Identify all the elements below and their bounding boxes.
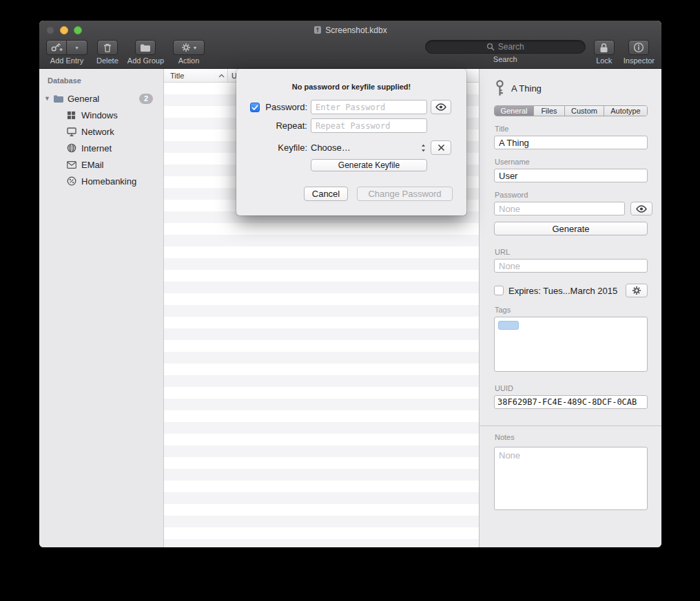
lock-tool: Lock (594, 40, 615, 65)
app-window: Screenshot.kdbx ▾ Add Entry (39, 21, 661, 547)
password-field[interactable] (494, 202, 625, 215)
url-field[interactable] (494, 259, 648, 273)
folder-plus-icon (140, 43, 151, 52)
lock-icon (599, 43, 608, 53)
dialog-repeat-input[interactable] (311, 118, 427, 133)
network-icon (66, 127, 76, 136)
column-header-username[interactable]: U (228, 72, 237, 80)
titlebar[interactable]: Screenshot.kdbx (39, 21, 661, 39)
clear-keyfile-button[interactable] (431, 140, 451, 155)
chevron-down-icon: ▾ (194, 45, 196, 51)
close-button[interactable] (46, 26, 54, 34)
password-field-label: Password (495, 191, 648, 199)
tags-field[interactable] (494, 317, 648, 372)
gear-icon (181, 43, 191, 52)
key-plus-icon (51, 43, 63, 52)
sidebar-item-windows[interactable]: Windows (39, 107, 163, 123)
dialog-warning-message: No password or keyfile supplied! (236, 83, 466, 91)
sidebar-item-network[interactable]: Network (39, 123, 163, 140)
trash-icon (103, 43, 112, 53)
add-entry-button[interactable] (46, 40, 67, 55)
close-icon (438, 144, 445, 151)
group-label: General (68, 94, 99, 104)
keyfile-popup-value: Choose… (311, 143, 351, 153)
windows-icon (66, 111, 76, 120)
tab-autotype[interactable]: Autotype (604, 106, 647, 116)
add-group-button[interactable] (135, 40, 156, 55)
dialog-password-label: Password: (265, 102, 307, 112)
disclosure-triangle-icon[interactable]: ▼ (44, 95, 53, 102)
add-group-tool: Add Group (127, 40, 164, 65)
traffic-lights (46, 26, 82, 34)
add-entry-label: Add Entry (50, 57, 83, 65)
uuid-field[interactable] (494, 395, 648, 409)
password-checkbox[interactable] (250, 103, 260, 112)
column-header-title[interactable]: Title (164, 69, 228, 82)
change-password-button[interactable]: Change Password (357, 187, 453, 201)
divider (480, 425, 661, 426)
tab-general[interactable]: General (495, 106, 534, 116)
keyfile-popup[interactable]: Choose… (311, 140, 427, 155)
entry-title: A Thing (511, 83, 542, 94)
generate-keyfile-button[interactable]: Generate Keyfile (311, 159, 427, 171)
group-label: Internet (81, 143, 112, 154)
sidebar-item-email[interactable]: EMail (39, 156, 163, 173)
inspector-label: Inspector (624, 57, 655, 65)
dialog-password-input[interactable] (311, 100, 427, 114)
search-label: Search (493, 56, 517, 63)
title-field[interactable] (494, 136, 648, 149)
eye-icon (435, 103, 446, 111)
folder-icon (53, 94, 64, 103)
tags-label: Tags (495, 306, 648, 314)
expires-label: Expires: Tues...March 2015 (508, 286, 621, 296)
sidebar-item-homebanking[interactable]: Homebanking (39, 173, 163, 189)
inspector-tool: Inspector (624, 40, 655, 65)
inspector-button[interactable] (628, 40, 649, 55)
delete-button[interactable] (97, 40, 118, 55)
check-icon (251, 105, 258, 110)
generate-password-button[interactable]: Generate (494, 222, 648, 235)
window-title-text: Screenshot.kdbx (325, 25, 387, 35)
inspector-panel: A Thing General Files Custom Autotype Ti… (479, 69, 661, 547)
delete-label: Delete (96, 57, 119, 65)
percent-coin-icon (66, 176, 76, 186)
expires-settings-button[interactable] (626, 284, 648, 297)
search-placeholder: Search (498, 42, 524, 52)
expires-checkbox[interactable] (494, 286, 504, 295)
dialog-reveal-password-button[interactable] (431, 100, 451, 114)
cancel-button[interactable]: Cancel (304, 187, 348, 201)
change-password-dialog: No password or keyfile supplied! Passwor… (236, 69, 466, 215)
tab-files[interactable]: Files (534, 106, 565, 116)
minimize-button[interactable] (60, 26, 68, 34)
zoom-button[interactable] (74, 26, 82, 34)
uuid-label: UUID (495, 384, 648, 392)
action-tool: ▾ Action (173, 40, 205, 65)
window-chrome: Screenshot.kdbx ▾ Add Entry (39, 21, 661, 69)
sidebar: Database ▼ General 2 Windows Network (39, 69, 163, 547)
lock-button[interactable] (594, 40, 615, 55)
search-icon (486, 43, 495, 51)
search-input[interactable]: Search (425, 40, 586, 54)
tab-custom[interactable]: Custom (565, 106, 604, 116)
delete-tool: Delete (96, 40, 119, 65)
entry-count-badge: 2 (139, 94, 153, 104)
sidebar-item-internet[interactable]: Internet (39, 140, 163, 156)
add-group-label: Add Group (127, 57, 164, 65)
gear-icon (632, 286, 641, 295)
dialog-repeat-label: Repeat: (265, 120, 307, 131)
reveal-password-button[interactable] (630, 202, 652, 215)
eye-icon (636, 205, 647, 213)
sidebar-item-general[interactable]: ▼ General 2 (39, 90, 163, 107)
group-label: EMail (81, 160, 104, 170)
notes-field[interactable] (494, 447, 648, 510)
tag-chip[interactable] (498, 321, 519, 330)
action-button[interactable]: ▾ (173, 40, 205, 55)
document-icon (313, 25, 322, 34)
envelope-icon (66, 161, 76, 169)
add-entry-dropdown-button[interactable]: ▾ (67, 40, 88, 55)
popup-arrows-icon (421, 144, 426, 152)
info-icon (633, 42, 644, 53)
inspector-tabs: General Files Custom Autotype (494, 105, 648, 116)
title-field-label: Title (495, 125, 648, 133)
username-field[interactable] (494, 169, 648, 182)
